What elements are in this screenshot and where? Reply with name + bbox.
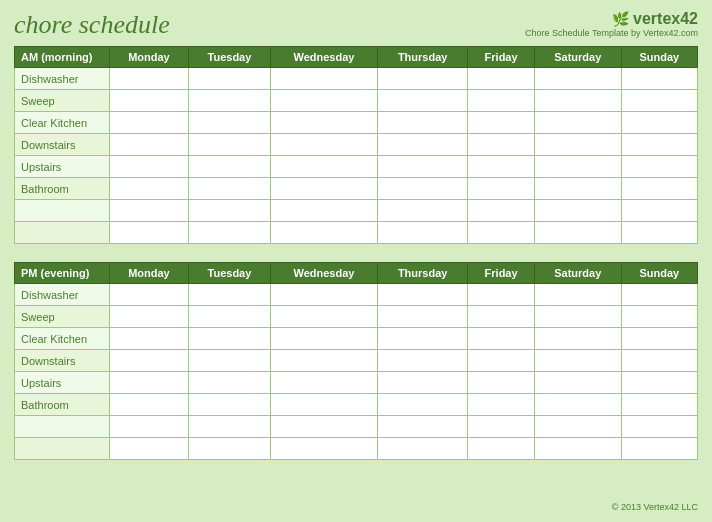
pm-cell[interactable] [534,394,621,416]
pm-cell[interactable] [377,284,467,306]
am-cell[interactable] [468,200,535,222]
am-cell[interactable] [110,178,189,200]
pm-cell[interactable] [271,416,378,438]
am-cell[interactable] [621,112,697,134]
pm-cell[interactable] [621,284,697,306]
pm-cell[interactable] [110,306,189,328]
pm-cell[interactable] [110,394,189,416]
pm-cell[interactable] [377,350,467,372]
pm-cell[interactable] [468,438,535,460]
am-cell[interactable] [621,156,697,178]
am-cell[interactable] [110,68,189,90]
am-cell[interactable] [110,156,189,178]
am-cell[interactable] [271,134,378,156]
am-cell[interactable] [621,68,697,90]
pm-cell[interactable] [188,284,270,306]
pm-cell[interactable] [271,372,378,394]
pm-cell[interactable] [110,438,189,460]
am-cell[interactable] [271,68,378,90]
pm-cell[interactable] [188,394,270,416]
pm-cell[interactable] [188,438,270,460]
am-cell[interactable] [534,178,621,200]
am-cell[interactable] [534,222,621,244]
pm-cell[interactable] [621,328,697,350]
pm-cell[interactable] [110,284,189,306]
pm-cell[interactable] [534,284,621,306]
am-cell[interactable] [110,200,189,222]
pm-cell[interactable] [534,328,621,350]
pm-cell[interactable] [621,394,697,416]
pm-cell[interactable] [271,350,378,372]
am-cell[interactable] [534,112,621,134]
am-cell[interactable] [377,112,467,134]
pm-cell[interactable] [377,372,467,394]
am-cell[interactable] [468,222,535,244]
am-cell[interactable] [377,90,467,112]
pm-cell[interactable] [271,284,378,306]
am-cell[interactable] [621,178,697,200]
pm-cell[interactable] [271,394,378,416]
am-cell[interactable] [188,178,270,200]
pm-cell[interactable] [468,328,535,350]
am-cell[interactable] [188,68,270,90]
am-cell[interactable] [271,156,378,178]
am-cell[interactable] [110,112,189,134]
pm-cell[interactable] [188,328,270,350]
pm-cell[interactable] [534,438,621,460]
am-cell[interactable] [534,200,621,222]
am-cell[interactable] [534,90,621,112]
am-cell[interactable] [110,134,189,156]
pm-cell[interactable] [468,416,535,438]
am-cell[interactable] [188,112,270,134]
pm-cell[interactable] [271,328,378,350]
pm-cell[interactable] [110,416,189,438]
am-cell[interactable] [377,68,467,90]
am-cell[interactable] [271,178,378,200]
pm-cell[interactable] [468,372,535,394]
am-cell[interactable] [468,156,535,178]
am-cell[interactable] [271,90,378,112]
am-cell[interactable] [377,178,467,200]
am-cell[interactable] [110,222,189,244]
pm-cell[interactable] [188,306,270,328]
pm-cell[interactable] [271,438,378,460]
pm-cell[interactable] [468,306,535,328]
pm-cell[interactable] [377,328,467,350]
am-cell[interactable] [188,200,270,222]
pm-cell[interactable] [377,306,467,328]
pm-cell[interactable] [534,350,621,372]
pm-cell[interactable] [534,416,621,438]
pm-cell[interactable] [188,416,270,438]
pm-cell[interactable] [621,438,697,460]
am-cell[interactable] [621,200,697,222]
am-cell[interactable] [468,90,535,112]
pm-cell[interactable] [377,438,467,460]
am-cell[interactable] [188,134,270,156]
am-cell[interactable] [468,68,535,90]
am-cell[interactable] [468,178,535,200]
am-cell[interactable] [621,222,697,244]
pm-cell[interactable] [271,306,378,328]
pm-cell[interactable] [377,394,467,416]
pm-cell[interactable] [621,306,697,328]
pm-cell[interactable] [110,328,189,350]
am-cell[interactable] [468,112,535,134]
am-cell[interactable] [534,68,621,90]
am-cell[interactable] [188,90,270,112]
pm-cell[interactable] [188,350,270,372]
am-cell[interactable] [271,200,378,222]
pm-cell[interactable] [188,372,270,394]
am-cell[interactable] [188,222,270,244]
am-cell[interactable] [621,90,697,112]
pm-cell[interactable] [468,284,535,306]
pm-cell[interactable] [534,306,621,328]
am-cell[interactable] [377,134,467,156]
pm-cell[interactable] [377,416,467,438]
am-cell[interactable] [271,112,378,134]
am-cell[interactable] [188,156,270,178]
pm-cell[interactable] [110,372,189,394]
am-cell[interactable] [377,156,467,178]
pm-cell[interactable] [621,372,697,394]
am-cell[interactable] [534,134,621,156]
am-cell[interactable] [377,200,467,222]
